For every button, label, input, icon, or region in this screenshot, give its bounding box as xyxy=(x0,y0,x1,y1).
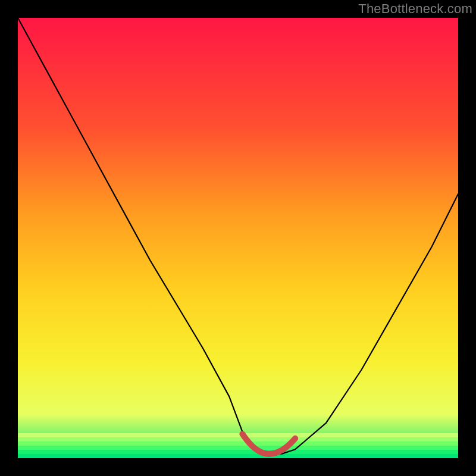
gradient-background xyxy=(18,18,458,458)
bottleneck-chart xyxy=(0,0,476,476)
bottom-green-bands xyxy=(18,433,458,458)
green-band xyxy=(18,441,458,446)
chart-stage: TheBottleneck.com xyxy=(0,0,476,476)
green-band xyxy=(18,437,458,441)
watermark-label: TheBottleneck.com xyxy=(358,1,472,17)
green-band xyxy=(18,454,458,458)
green-band xyxy=(18,433,458,437)
green-band xyxy=(18,446,458,450)
green-band xyxy=(18,450,458,454)
